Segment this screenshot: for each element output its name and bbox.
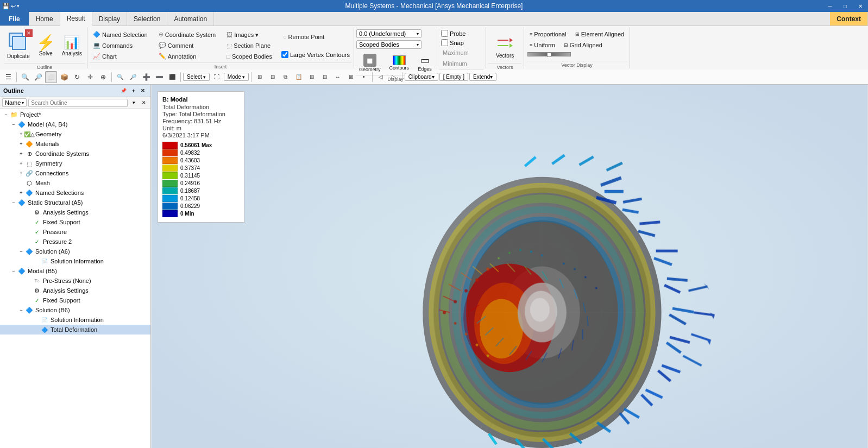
tree-item-geometry[interactable]: + ✅△ Geometry (0, 129, 150, 139)
tree-item-coord-systems[interactable]: + ⊕ Coordinate Systems (0, 149, 150, 159)
zoom-region-button[interactable]: 🔎 (127, 71, 139, 83)
uniform-button[interactable]: ≡ Uniform (526, 40, 558, 50)
tree-item-connections[interactable]: + 🔗 Connections (0, 168, 150, 178)
3d-view-button[interactable]: ⬜ (45, 71, 57, 83)
maximize-button[interactable]: □ (838, 0, 853, 12)
tree-item-pressure[interactable]: ✓ Pressure (0, 227, 150, 237)
deformation-dropdown[interactable]: 0.0 (Undeformed) ▾ (356, 29, 422, 38)
scoped-bodies-dropdown[interactable]: Scoped Bodies ▾ (356, 40, 422, 49)
flip-button[interactable]: ↔ (332, 71, 344, 83)
tree-item-named-selections[interactable]: + 🔷 Named Selections (0, 188, 150, 198)
vectors-button[interactable]: Vectors (489, 29, 521, 62)
tree-item-modal-b5[interactable]: − 🔷 Modal (B5) (0, 266, 150, 276)
tree-item-pre-stress[interactable]: T₀ Pre-Stress (None) (0, 276, 150, 286)
outline-float-button[interactable]: ＋ (129, 86, 137, 95)
empty-dropdown[interactable]: [ Empty ] (439, 73, 468, 81)
rotate-button[interactable]: ↻ (71, 71, 83, 83)
nav2-button[interactable]: ▷ (388, 71, 400, 83)
cmd-menu-button[interactable]: ☰ (2, 71, 14, 83)
tree-item-mesh[interactable]: ⬡ Mesh (0, 178, 150, 188)
maximum-button[interactable]: Maximum (439, 48, 472, 58)
close-icon[interactable]: ✕ (25, 29, 33, 37)
proportional-button[interactable]: ≡ Proportional (526, 29, 570, 39)
box-button[interactable]: 📦 (58, 71, 70, 83)
tree-item-fixed-support-b[interactable]: ✓ Fixed Support (0, 295, 150, 305)
minimum-button[interactable]: Minimum (439, 59, 470, 68)
slider-control[interactable] (527, 52, 571, 56)
probe-check[interactable]: Probe (439, 29, 467, 37)
tab-context[interactable]: Context (830, 12, 868, 26)
search-options-button[interactable]: ▾ (129, 98, 138, 107)
multi-button[interactable]: ⊠ (345, 71, 357, 83)
annotation-button[interactable]: ✏️ Annotation (155, 51, 219, 61)
outline-close-button[interactable]: ✕ (139, 86, 147, 95)
chart-button[interactable]: 📈 Chart (90, 51, 151, 61)
search-input[interactable] (28, 99, 128, 107)
grid-aligned-button[interactable]: ⊟ Grid Aligned (561, 40, 606, 50)
zoom-fit-button[interactable]: 🔍 (114, 71, 126, 83)
zoom-extents-button[interactable]: ⬛ (166, 71, 178, 83)
filter-button[interactable]: Name ▾ (2, 98, 27, 107)
cursor-button[interactable]: ✛ (84, 71, 96, 83)
save-icon[interactable]: 💾 (2, 3, 10, 10)
tree-item-static-structural[interactable]: − 🔷 Static Structural (A5) (0, 198, 150, 207)
tab-automation[interactable]: Automation (167, 12, 214, 26)
section-plane-button[interactable]: ⬚ Section Plane (223, 41, 275, 51)
quick-access-toolbar[interactable]: 💾 ↩ ▾ (2, 3, 20, 10)
zoom-minus-button[interactable]: ➖ (153, 71, 165, 83)
select-arrow-button[interactable]: ⛶ (211, 71, 223, 83)
solve-button[interactable]: ⚡ Solve (34, 29, 58, 62)
tree-item-pressure2[interactable]: ✓ Pressure 2 (0, 237, 150, 247)
coordinate-system-button[interactable]: ⊕ Coordinate System (155, 29, 219, 40)
tree-item-materials[interactable]: + 🔶 Materials (0, 139, 150, 149)
scoped-bodies-button[interactable]: □ Scoped Bodies (223, 52, 275, 61)
tab-file[interactable]: File (0, 12, 29, 26)
tree-item-solution-b6[interactable]: − 🔷 Solution (B6) (0, 305, 150, 315)
undo-icon[interactable]: ↩ (11, 3, 16, 10)
commands-button[interactable]: 💻 Commands (90, 40, 151, 51)
remote-point-button[interactable]: ○ Remote Point (280, 32, 351, 42)
grid2-button[interactable]: ⊟ (267, 71, 279, 83)
tree-item-solution-info-a[interactable]: 📄 Solution Information (0, 256, 150, 266)
zoom-out-button[interactable]: 🔍 (19, 71, 31, 83)
viewport[interactable] (151, 85, 868, 448)
tree-item-solution-a6[interactable]: − 🔷 Solution (A6) (0, 247, 150, 256)
tree-item-total-deformation[interactable]: 🔷 Total Deformation (0, 325, 150, 335)
extend-dropdown[interactable]: Extend▾ (469, 73, 496, 81)
tree-item-analysis-settings-a[interactable]: ⚙ Analysis Settings (0, 207, 150, 217)
analysis-button[interactable]: 📊 Analysis (59, 29, 85, 62)
tab-result[interactable]: Result (60, 12, 92, 26)
large-vertex-check[interactable]: Large Vertex Contours (280, 51, 351, 59)
views2-button[interactable]: ⊟ (319, 71, 331, 83)
copy-button[interactable]: ⧉ (280, 71, 292, 83)
mode-dropdown[interactable]: Mode ▾ (224, 73, 249, 81)
tree-item-project[interactable]: − 📁 Project* (0, 110, 150, 119)
select-dropdown[interactable]: Select ▾ (183, 73, 210, 81)
tree-item-model[interactable]: − 🔷 Model (A4, B4) (0, 119, 150, 129)
tab-selection[interactable]: Selection (127, 12, 167, 26)
paste-button[interactable]: 📋 (293, 71, 305, 83)
search-close-button[interactable]: ✕ (140, 98, 148, 107)
target-button[interactable]: ⊕ (97, 71, 109, 83)
tree-item-solution-info-b[interactable]: 📄 Solution Information (0, 315, 150, 325)
images-button[interactable]: 🖼 Images ▾ (223, 30, 275, 40)
zoom-in-button[interactable]: 🔎 (32, 71, 44, 83)
named-selection-button[interactable]: 🔷 Named Selection (90, 29, 151, 40)
outline-pin-button[interactable]: 📌 (119, 86, 128, 95)
clipboard-dropdown[interactable]: Clipboard▾ (405, 73, 438, 81)
tree-item-symmetry[interactable]: + ⬚ Symmetry (0, 159, 150, 168)
edges-button[interactable]: ▭ Edges (415, 52, 435, 74)
minimize-button[interactable]: ─ (822, 0, 838, 12)
window-controls[interactable]: ─ □ ✕ (822, 0, 868, 12)
close-button[interactable]: ✕ (853, 0, 868, 12)
snap-check[interactable]: Snap (439, 39, 466, 47)
comment-button[interactable]: 💬 Comment (155, 40, 219, 51)
tree-item-analysis-settings-b[interactable]: ⚙ Analysis Settings (0, 286, 150, 295)
tab-display[interactable]: Display (92, 12, 127, 26)
element-aligned-button[interactable]: ⊞ Element Aligned (572, 29, 628, 39)
dropdown-arrow[interactable]: ▾ (17, 3, 20, 9)
tree-item-fixed-support-a[interactable]: ✓ Fixed Support (0, 217, 150, 227)
nav1-button[interactable]: ◁ (375, 71, 387, 83)
bullet-button[interactable]: • (358, 71, 370, 83)
zoom-plus-button[interactable]: ➕ (140, 71, 152, 83)
